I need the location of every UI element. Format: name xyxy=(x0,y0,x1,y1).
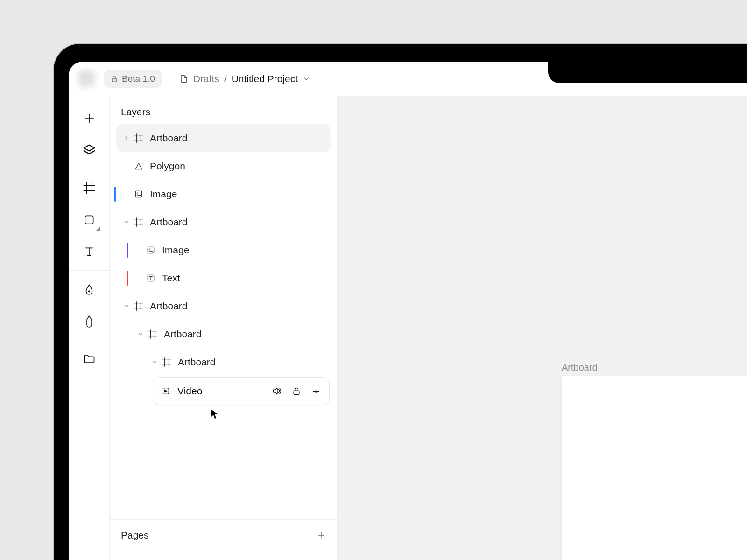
layer-row-video[interactable]: Video xyxy=(153,377,330,405)
image-icon xyxy=(133,189,144,200)
svg-point-44 xyxy=(316,392,317,393)
layer-row-artboard[interactable]: Artboard xyxy=(116,292,331,320)
svg-marker-16 xyxy=(135,163,141,169)
accent-bar xyxy=(127,271,128,286)
chevron-down-icon[interactable] xyxy=(137,331,144,337)
layer-label: Video xyxy=(177,385,202,397)
add-tool[interactable] xyxy=(76,105,103,132)
text-tool[interactable] xyxy=(76,238,103,265)
breadcrumb-folder[interactable]: Drafts xyxy=(193,73,219,84)
accent-bar xyxy=(127,243,128,258)
svg-rect-0 xyxy=(112,78,116,82)
canvas-artboard[interactable] xyxy=(562,376,747,560)
beta-badge: Beta 1.0 xyxy=(104,70,162,88)
artboard-icon xyxy=(147,329,158,340)
breadcrumb-project[interactable]: Untitled Project xyxy=(232,73,298,84)
layers-panel-title: Layers xyxy=(110,96,337,124)
layer-label: Image xyxy=(162,245,189,256)
layer-label: Artboard xyxy=(164,329,202,340)
folder-tool[interactable] xyxy=(76,345,103,372)
layer-row-artboard[interactable]: Artboard xyxy=(116,124,331,152)
app-logo xyxy=(78,70,96,88)
pages-title: Pages xyxy=(121,530,149,541)
svg-marker-41 xyxy=(164,390,167,392)
layer-row-image[interactable]: Image xyxy=(116,236,331,264)
artboard-icon xyxy=(133,217,144,228)
layer-label: Artboard xyxy=(150,133,188,144)
breadcrumb[interactable]: Drafts / Untitled Project xyxy=(179,73,310,84)
visibility-icon[interactable] xyxy=(310,385,323,398)
page-row[interactable]: Page 1 xyxy=(121,551,326,560)
layer-label: Polygon xyxy=(150,161,185,172)
frame-tool[interactable] xyxy=(76,175,103,202)
rectangle-tool[interactable] xyxy=(76,206,103,233)
polygon-icon xyxy=(133,161,144,172)
text-icon xyxy=(145,273,156,284)
layer-row-image[interactable]: Image xyxy=(116,180,331,208)
image-icon xyxy=(145,245,156,256)
layer-label: Artboard xyxy=(150,217,188,228)
breadcrumb-separator: / xyxy=(224,73,227,84)
layer-label: Artboard xyxy=(178,357,216,368)
layer-label: Image xyxy=(150,189,177,200)
file-icon xyxy=(179,74,189,84)
layer-row-artboard[interactable]: Artboard xyxy=(116,208,331,236)
layers-tool[interactable] xyxy=(76,137,103,164)
svg-marker-42 xyxy=(274,388,277,394)
layer-label: Text xyxy=(162,273,180,284)
layer-label: Artboard xyxy=(150,301,188,312)
svg-point-24 xyxy=(149,249,150,250)
layer-row-polygon[interactable]: Polygon xyxy=(116,152,331,180)
svg-rect-43 xyxy=(294,391,299,394)
audio-icon[interactable] xyxy=(270,385,283,398)
canvas-artboard-label[interactable]: Artboard xyxy=(562,362,598,373)
accent-bar xyxy=(114,187,116,202)
chevron-down-icon[interactable] xyxy=(123,303,130,309)
layer-row-artboard[interactable]: Artboard xyxy=(116,348,331,376)
svg-rect-7 xyxy=(85,216,93,224)
layer-list: Artboard Polygon xyxy=(110,124,337,519)
toolbar-divider xyxy=(69,270,110,271)
svg-point-18 xyxy=(137,193,138,194)
chevron-right-icon[interactable] xyxy=(123,135,130,141)
device-notch xyxy=(548,62,747,83)
add-page-button[interactable] xyxy=(317,531,326,540)
chevron-down-icon[interactable] xyxy=(151,359,158,365)
toolbar-divider xyxy=(69,169,110,169)
layer-row-artboard[interactable]: Artboard xyxy=(116,320,331,348)
beta-label: Beta 1.0 xyxy=(122,74,155,84)
artboard-icon xyxy=(133,133,144,144)
chevron-down-icon[interactable] xyxy=(303,75,310,83)
artboard-icon xyxy=(133,301,144,312)
lock-icon xyxy=(111,75,118,83)
pages-section: Pages Page 1 xyxy=(110,519,337,560)
layers-panel: Layers Artboard xyxy=(110,96,338,560)
unlock-icon[interactable] xyxy=(290,385,303,398)
toolbar-divider xyxy=(69,340,110,340)
video-icon xyxy=(160,385,171,397)
layer-row-text[interactable]: Text xyxy=(116,264,331,292)
pen-tool[interactable] xyxy=(76,276,103,303)
artboard-icon xyxy=(161,357,172,368)
svg-point-11 xyxy=(88,291,90,292)
canvas[interactable]: Artboard xyxy=(338,96,747,560)
cursor-icon xyxy=(211,409,219,419)
left-toolbar xyxy=(69,96,110,560)
chevron-down-icon[interactable] xyxy=(123,219,130,225)
pencil-tool[interactable] xyxy=(76,308,103,335)
